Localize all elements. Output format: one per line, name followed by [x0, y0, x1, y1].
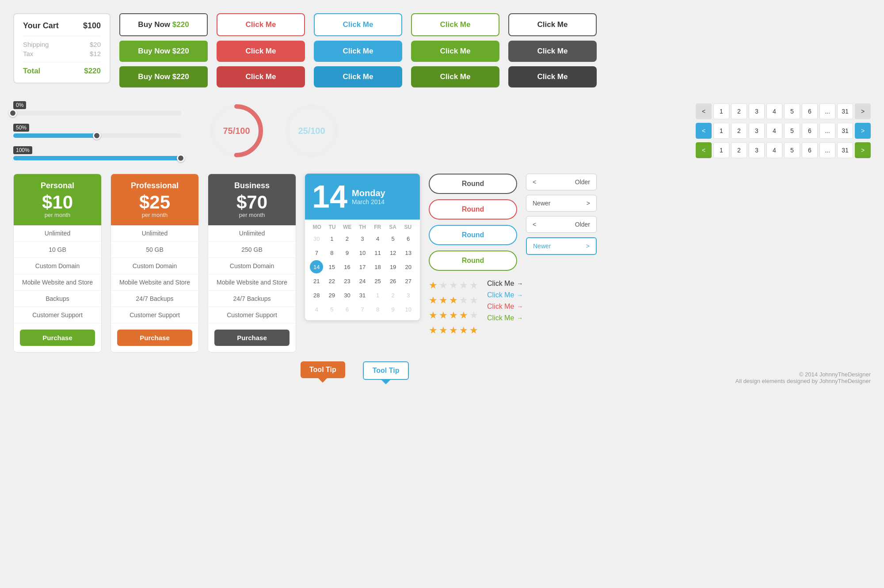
cal-day-apr1[interactable]: 1: [371, 288, 385, 302]
purchase-personal-button[interactable]: Purchase: [20, 330, 95, 346]
round-button-green[interactable]: Round: [429, 250, 517, 271]
pagination-page-3-5[interactable]: 5: [784, 142, 800, 158]
pagination-page-3-3[interactable]: 3: [749, 142, 765, 158]
pagination-page-1-4[interactable]: 4: [766, 103, 782, 119]
star-4-2[interactable]: ★: [439, 325, 448, 336]
cal-day-1[interactable]: 1: [325, 232, 339, 245]
cal-day-9[interactable]: 9: [340, 246, 354, 259]
star-4-3[interactable]: ★: [449, 325, 458, 336]
progress-track-100[interactable]: [13, 156, 181, 160]
click-me-blue-dark-button[interactable]: Click Me: [314, 66, 402, 87]
star-4-5[interactable]: ★: [469, 325, 478, 336]
click-me-green-dark-button[interactable]: Click Me: [411, 66, 499, 87]
pagination-page-1-31[interactable]: 31: [837, 103, 853, 119]
star-1-1[interactable]: ★: [429, 280, 438, 291]
click-me-blue-outline-button[interactable]: Click Me: [314, 13, 402, 36]
cal-day-apr8[interactable]: 8: [371, 303, 385, 316]
cal-day-16[interactable]: 16: [340, 260, 354, 273]
pagination-page-1-5[interactable]: 5: [784, 103, 800, 119]
cal-day-26[interactable]: 26: [386, 274, 400, 288]
cal-day-3[interactable]: 3: [356, 232, 369, 245]
cal-day-apr10[interactable]: 10: [402, 303, 415, 316]
star-3-5[interactable]: ★: [469, 310, 478, 321]
link-green[interactable]: Click Me →: [487, 314, 523, 322]
star-3-3[interactable]: ★: [449, 310, 458, 321]
nav-older-2[interactable]: < Older: [526, 216, 597, 233]
cal-day-2[interactable]: 2: [340, 232, 354, 245]
star-4-4[interactable]: ★: [459, 325, 468, 336]
progress-thumb-50[interactable]: [93, 132, 101, 140]
click-me-red-outline-button[interactable]: Click Me: [217, 13, 305, 36]
cal-day-21[interactable]: 21: [310, 274, 323, 288]
cal-day-23[interactable]: 23: [340, 274, 354, 288]
progress-thumb-100[interactable]: [177, 154, 185, 162]
pagination-page-2-6[interactable]: 6: [802, 123, 818, 139]
cal-day-18[interactable]: 18: [371, 260, 385, 273]
star-4-1[interactable]: ★: [429, 325, 438, 336]
star-2-5[interactable]: ★: [469, 295, 478, 306]
cal-day-apr3[interactable]: 3: [402, 288, 415, 302]
cal-day-8[interactable]: 8: [325, 246, 339, 259]
pagination-page-1-1[interactable]: 1: [713, 103, 729, 119]
pagination-page-1-6[interactable]: 6: [802, 103, 818, 119]
star-2-4[interactable]: ★: [459, 295, 468, 306]
pagination-page-3-2[interactable]: 2: [731, 142, 747, 158]
star-2-1[interactable]: ★: [429, 295, 438, 306]
star-1-2[interactable]: ★: [439, 280, 448, 291]
star-2-3[interactable]: ★: [449, 295, 458, 306]
star-1-3[interactable]: ★: [449, 280, 458, 291]
buy-now-green-dark-button[interactable]: Buy Now $220: [119, 66, 208, 87]
cal-day-4[interactable]: 4: [371, 232, 385, 245]
click-me-blue-filled-button[interactable]: Click Me: [314, 41, 402, 62]
nav-newer-1[interactable]: Newer >: [526, 195, 597, 212]
pagination-page-3-6[interactable]: 6: [802, 142, 818, 158]
cal-day-12[interactable]: 12: [386, 246, 400, 259]
cal-day-31[interactable]: 31: [356, 288, 369, 302]
cal-day-22[interactable]: 22: [325, 274, 339, 288]
pagination-prev-2[interactable]: <: [696, 123, 712, 139]
pagination-page-3-4[interactable]: 4: [766, 142, 782, 158]
star-2-2[interactable]: ★: [439, 295, 448, 306]
cal-day-apr4[interactable]: 4: [310, 303, 323, 316]
cal-day-17[interactable]: 17: [356, 260, 369, 273]
cal-day-apr6[interactable]: 6: [340, 303, 354, 316]
cal-day-apr2[interactable]: 2: [386, 288, 400, 302]
cal-day-6[interactable]: 6: [402, 232, 415, 245]
progress-track-50[interactable]: [13, 133, 181, 138]
nav-older-1[interactable]: < Older: [526, 174, 597, 190]
pagination-page-1-2[interactable]: 2: [731, 103, 747, 119]
pagination-next-2[interactable]: >: [855, 123, 871, 139]
progress-thumb-0[interactable]: [9, 109, 17, 117]
cal-day-apr9[interactable]: 9: [386, 303, 400, 316]
cal-day-19[interactable]: 19: [386, 260, 400, 273]
star-3-2[interactable]: ★: [439, 310, 448, 321]
cal-day-30[interactable]: 30: [310, 232, 323, 245]
cal-day-20[interactable]: 20: [402, 260, 415, 273]
cal-day-28[interactable]: 28: [310, 288, 323, 302]
click-me-charcoal-filled-button[interactable]: Click Me: [508, 41, 597, 62]
click-me-red-filled-button[interactable]: Click Me: [217, 41, 305, 62]
cal-day-5[interactable]: 5: [386, 232, 400, 245]
cal-day-15[interactable]: 15: [325, 260, 339, 273]
click-me-charcoal-dark-button[interactable]: Click Me: [508, 66, 597, 87]
click-me-red-dark-button[interactable]: Click Me: [217, 66, 305, 87]
purchase-professional-button[interactable]: Purchase: [117, 330, 192, 346]
pagination-page-2-5[interactable]: 5: [784, 123, 800, 139]
pagination-prev-1[interactable]: <: [696, 103, 712, 119]
pagination-page-3-1[interactable]: 1: [713, 142, 729, 158]
link-blue[interactable]: Click Me →: [487, 291, 523, 299]
cal-day-10[interactable]: 10: [356, 246, 369, 259]
buy-now-outline-button[interactable]: Buy Now $220: [119, 13, 208, 36]
cal-day-apr5[interactable]: 5: [325, 303, 339, 316]
pagination-page-2-1[interactable]: 1: [713, 123, 729, 139]
pagination-prev-3[interactable]: <: [696, 142, 712, 158]
nav-newer-2[interactable]: Newer >: [526, 237, 597, 255]
link-red[interactable]: Click Me →: [487, 303, 523, 311]
cal-day-14-today[interactable]: 14: [310, 260, 323, 273]
pagination-page-1-3[interactable]: 3: [749, 103, 765, 119]
pagination-page-2-31[interactable]: 31: [837, 123, 853, 139]
star-1-5[interactable]: ★: [469, 280, 478, 291]
pagination-page-3-31[interactable]: 31: [837, 142, 853, 158]
cal-day-30b[interactable]: 30: [340, 288, 354, 302]
star-1-4[interactable]: ★: [459, 280, 468, 291]
